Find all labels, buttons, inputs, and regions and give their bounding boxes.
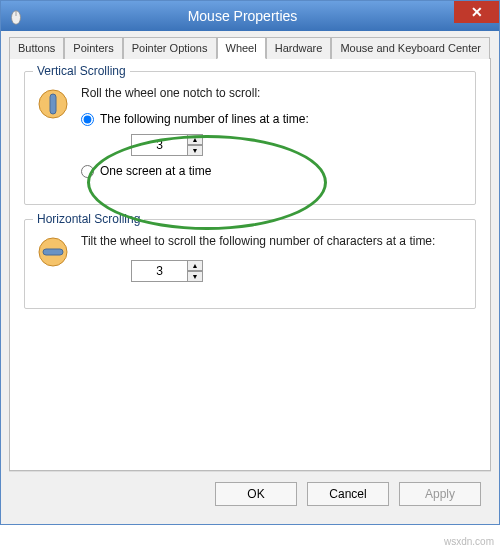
wheel-tab-content: Vertical Scrolling Roll the wheel one no… xyxy=(9,59,491,471)
radio-lines-label: The following number of lines at a time: xyxy=(100,112,309,126)
dialog-buttons: OK Cancel Apply xyxy=(9,471,491,516)
lines-spin-up[interactable]: ▲ xyxy=(187,134,203,145)
horizontal-scrolling-group: Horizontal Scrolling Tilt the wheel to s… xyxy=(24,219,476,309)
lines-input[interactable] xyxy=(131,134,187,156)
radio-lines-row[interactable]: The following number of lines at a time: xyxy=(81,112,465,126)
watermark-text: wsxdn.com xyxy=(444,536,494,547)
close-button[interactable]: ✕ xyxy=(454,1,499,23)
lines-spinner: ▲ ▼ xyxy=(131,134,203,156)
close-icon: ✕ xyxy=(471,4,483,20)
radio-lines[interactable] xyxy=(81,113,94,126)
mouse-icon xyxy=(1,1,31,31)
tab-hardware[interactable]: Hardware xyxy=(266,37,332,59)
titlebar: Mouse Properties ✕ xyxy=(1,1,499,31)
cancel-button[interactable]: Cancel xyxy=(307,482,389,506)
svg-rect-5 xyxy=(43,249,63,255)
horizontal-instruction: Tilt the wheel to scroll the following n… xyxy=(81,234,465,248)
vertical-instruction: Roll the wheel one notch to scroll: xyxy=(81,86,465,100)
tab-wheel[interactable]: Wheel xyxy=(217,37,266,59)
tab-strip: Buttons Pointers Pointer Options Wheel H… xyxy=(9,37,491,59)
vertical-scrolling-group: Vertical Scrolling Roll the wheel one no… xyxy=(24,71,476,205)
window-title: Mouse Properties xyxy=(31,8,454,24)
chars-input[interactable] xyxy=(131,260,187,282)
svg-rect-3 xyxy=(50,94,56,114)
chars-spin-down[interactable]: ▼ xyxy=(187,271,203,282)
radio-screen-label: One screen at a time xyxy=(100,164,211,178)
ok-button[interactable]: OK xyxy=(215,482,297,506)
radio-screen-row[interactable]: One screen at a time xyxy=(81,164,465,178)
wheel-vertical-icon xyxy=(35,86,71,122)
chars-spin-up[interactable]: ▲ xyxy=(187,260,203,271)
mouse-properties-window: Mouse Properties ✕ Buttons Pointers Poin… xyxy=(0,0,500,525)
radio-screen[interactable] xyxy=(81,165,94,178)
tab-mouse-keyboard-center[interactable]: Mouse and Keyboard Center xyxy=(331,37,490,59)
client-area: Buttons Pointers Pointer Options Wheel H… xyxy=(1,31,499,524)
tab-pointer-options[interactable]: Pointer Options xyxy=(123,37,217,59)
horizontal-group-title: Horizontal Scrolling xyxy=(33,212,144,226)
lines-spin-down[interactable]: ▼ xyxy=(187,145,203,156)
chars-spinner: ▲ ▼ xyxy=(131,260,203,282)
apply-button[interactable]: Apply xyxy=(399,482,481,506)
vertical-group-title: Vertical Scrolling xyxy=(33,64,130,78)
tab-buttons[interactable]: Buttons xyxy=(9,37,64,59)
wheel-horizontal-icon xyxy=(35,234,71,270)
tab-pointers[interactable]: Pointers xyxy=(64,37,122,59)
